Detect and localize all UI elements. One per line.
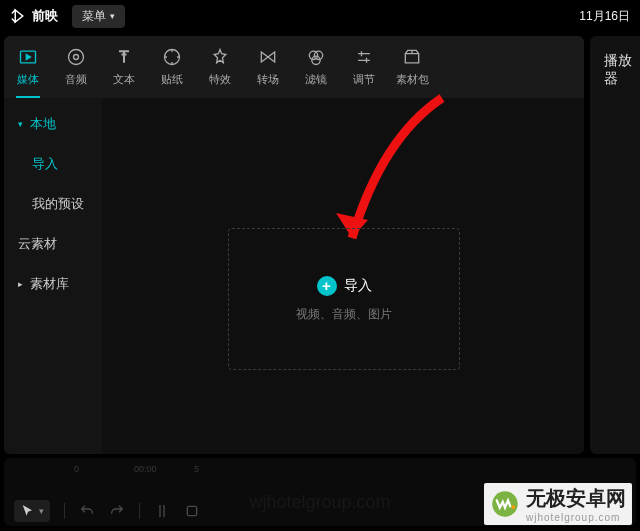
app-name: 前映 — [32, 7, 58, 25]
import-label: 导入 — [344, 277, 372, 295]
watermark-logo-icon — [490, 489, 520, 519]
import-dropzone[interactable]: + 导入 视频、音频、图片 — [228, 228, 460, 370]
chevron-down-icon: ▾ — [18, 119, 26, 129]
date-label: 11月16日 — [579, 8, 630, 25]
svg-point-5 — [314, 51, 322, 59]
cursor-tool-button[interactable]: ▾ — [14, 500, 50, 522]
tab-label: 贴纸 — [161, 72, 183, 87]
ruler-tick: 0 — [74, 464, 79, 474]
sidebar-item-label: 我的预设 — [32, 195, 84, 213]
watermark-domain: wjhotelgroup.com — [526, 512, 626, 523]
ruler-tick: 00:00 — [134, 464, 157, 474]
undo-icon[interactable] — [79, 503, 95, 519]
app-logo: 前映 — [10, 7, 58, 25]
timeline-ruler: 000:005 — [74, 464, 626, 480]
menu-button[interactable]: 菜单 ▾ — [72, 5, 125, 28]
redo-icon[interactable] — [109, 503, 125, 519]
text-icon — [114, 47, 134, 67]
import-hint: 视频、音频、图片 — [296, 306, 392, 323]
watermark: 无极安卓网 wjhotelgroup.com — [484, 483, 632, 525]
adjust-icon — [354, 47, 374, 67]
pack-icon — [402, 47, 422, 67]
plus-icon: + — [317, 276, 337, 296]
tab-audio[interactable]: 音频 — [52, 36, 100, 98]
tab-adjust[interactable]: 调节 — [340, 36, 388, 98]
sidebar-item-我的预设[interactable]: 我的预设 — [4, 184, 102, 224]
delete-icon[interactable] — [184, 503, 200, 519]
svg-point-1 — [69, 50, 84, 65]
tab-label: 调节 — [353, 72, 375, 87]
tab-label: 文本 — [113, 72, 135, 87]
tab-label: 素材包 — [396, 72, 429, 87]
svg-point-9 — [511, 505, 515, 509]
tab-label: 媒体 — [17, 72, 39, 87]
tab-media[interactable]: 媒体 — [4, 36, 52, 98]
timeline-toolbar: ▾ — [14, 500, 200, 522]
content-area: + 导入 视频、音频、图片 — [102, 98, 584, 454]
sidebar-item-label: 素材库 — [30, 275, 69, 293]
split-icon[interactable] — [154, 503, 170, 519]
tab-filter[interactable]: 滤镜 — [292, 36, 340, 98]
player-title: 播放器 — [604, 52, 632, 86]
sidebar-item-本地[interactable]: ▾本地 — [4, 104, 102, 144]
transition-icon — [258, 47, 278, 67]
sidebar-item-label: 本地 — [30, 115, 56, 133]
sidebar: ▾本地导入我的预设云素材▸素材库 — [4, 98, 102, 454]
svg-point-2 — [74, 55, 79, 60]
ruler-tick: 5 — [194, 464, 199, 474]
sidebar-item-素材库[interactable]: ▸素材库 — [4, 264, 102, 304]
effect-icon — [210, 47, 230, 67]
tab-label: 转场 — [257, 72, 279, 87]
main-tabbar: 媒体音频文本贴纸特效转场滤镜调节素材包 — [4, 36, 584, 98]
chevron-down-icon: ▾ — [110, 11, 115, 21]
sidebar-item-label: 导入 — [32, 155, 58, 173]
sidebar-item-导入[interactable]: 导入 — [4, 144, 102, 184]
svg-rect-7 — [187, 506, 196, 515]
tab-sticker[interactable]: 贴纸 — [148, 36, 196, 98]
watermark-brand: 无极安卓网 — [526, 487, 626, 509]
tab-label: 音频 — [65, 72, 87, 87]
chevron-right-icon: ▸ — [18, 279, 26, 289]
sticker-icon — [162, 47, 182, 67]
tab-effect[interactable]: 特效 — [196, 36, 244, 98]
sidebar-item-label: 云素材 — [18, 235, 57, 253]
svg-point-8 — [492, 491, 518, 517]
chevron-down-icon: ▾ — [39, 506, 44, 516]
tab-label: 特效 — [209, 72, 231, 87]
tab-label: 滤镜 — [305, 72, 327, 87]
audio-icon — [66, 47, 86, 67]
svg-point-6 — [312, 56, 320, 64]
filter-icon — [306, 47, 326, 67]
media-icon — [18, 47, 38, 67]
player-panel: 播放器 — [590, 36, 640, 454]
sidebar-item-云素材[interactable]: 云素材 — [4, 224, 102, 264]
tab-pack[interactable]: 素材包 — [388, 36, 436, 98]
tab-text[interactable]: 文本 — [100, 36, 148, 98]
tab-transition[interactable]: 转场 — [244, 36, 292, 98]
